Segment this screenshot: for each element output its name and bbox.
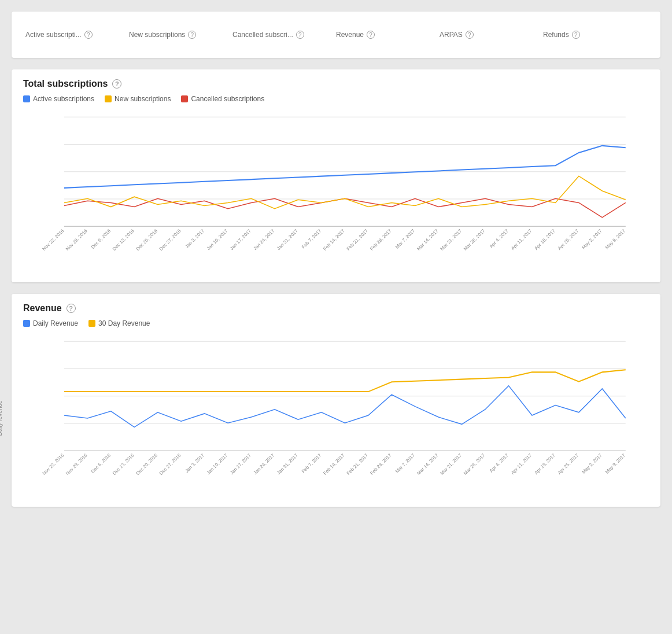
svg-text:Dec 13, 2016: Dec 13, 2016 bbox=[112, 452, 135, 476]
svg-text:Jan 3, 2017: Jan 3, 2017 bbox=[184, 228, 206, 249]
svg-text:Apr 4, 2017: Apr 4, 2017 bbox=[489, 452, 510, 474]
tab-help-icon[interactable]: ? bbox=[466, 31, 474, 39]
legend-label: Cancelled subscriptions bbox=[191, 95, 264, 103]
tab-label: New subscriptions bbox=[129, 31, 185, 39]
svg-text:Dec 20, 2016: Dec 20, 2016 bbox=[135, 452, 158, 476]
total-subscriptions-chart: Nov 22, 2016Nov 29, 2016Dec 6, 2016Dec 1… bbox=[40, 111, 632, 277]
tab-help-icon[interactable]: ? bbox=[84, 31, 93, 39]
legend-label: 30 Day Revenue bbox=[98, 319, 150, 327]
svg-text:Dec 6, 2016: Dec 6, 2016 bbox=[90, 452, 112, 474]
legend-label: Daily Revenue bbox=[33, 319, 78, 327]
tab-label: Cancelled subscri... bbox=[232, 31, 293, 39]
tab-new-subscriptions[interactable]: New subscriptions? bbox=[129, 31, 232, 39]
svg-text:Dec 27, 2016: Dec 27, 2016 bbox=[158, 452, 182, 476]
revenue-title-text: Revenue bbox=[23, 303, 62, 314]
legend-label: Active subscriptions bbox=[33, 95, 94, 103]
legend-color bbox=[23, 320, 30, 327]
svg-text:Apr 18, 2017: Apr 18, 2017 bbox=[533, 228, 556, 251]
svg-text:Jan 10, 2017: Jan 10, 2017 bbox=[206, 452, 229, 476]
svg-text:Nov 29, 2016: Nov 29, 2016 bbox=[65, 228, 88, 252]
svg-text:Apr 4, 2017: Apr 4, 2017 bbox=[489, 228, 510, 249]
svg-text:Jan 31, 2017: Jan 31, 2017 bbox=[276, 228, 299, 251]
svg-text:May 2, 2017: May 2, 2017 bbox=[581, 452, 603, 474]
svg-text:Mar 7, 2017: Mar 7, 2017 bbox=[394, 452, 416, 474]
svg-text:Mar 21, 2017: Mar 21, 2017 bbox=[440, 228, 463, 252]
revenue-left-axis-label: Daily revenue bbox=[0, 401, 3, 436]
tabs-card: Active subscripti...?New subscriptions?C… bbox=[12, 12, 660, 58]
svg-text:Mar 21, 2017: Mar 21, 2017 bbox=[440, 452, 463, 476]
svg-text:Mar 14, 2017: Mar 14, 2017 bbox=[416, 228, 440, 252]
svg-text:Apr 25, 2017: Apr 25, 2017 bbox=[557, 452, 580, 476]
svg-text:Dec 27, 2016: Dec 27, 2016 bbox=[158, 228, 182, 252]
svg-text:Apr 18, 2017: Apr 18, 2017 bbox=[533, 452, 556, 476]
svg-text:Jan 31, 2017: Jan 31, 2017 bbox=[276, 452, 299, 476]
svg-text:Jan 17, 2017: Jan 17, 2017 bbox=[229, 452, 252, 476]
svg-text:Jan 24, 2017: Jan 24, 2017 bbox=[253, 452, 276, 476]
tab-cancelled-subscriptions[interactable]: Cancelled subscri...? bbox=[232, 31, 336, 39]
svg-text:Jan 17, 2017: Jan 17, 2017 bbox=[229, 228, 252, 251]
total-subscriptions-legend: Active subscriptionsNew subscriptionsCan… bbox=[23, 95, 649, 103]
tab-refunds[interactable]: Refunds? bbox=[543, 31, 647, 39]
tab-label: Active subscripti... bbox=[25, 31, 82, 39]
svg-text:Dec 6, 2016: Dec 6, 2016 bbox=[90, 228, 112, 250]
legend-color bbox=[88, 320, 95, 327]
svg-text:Mar 7, 2017: Mar 7, 2017 bbox=[394, 228, 416, 249]
total-subscriptions-card: Total subscriptions ? Active subscriptio… bbox=[12, 69, 660, 282]
tab-arpas[interactable]: ARPAS? bbox=[440, 31, 543, 39]
svg-text:Feb 21, 2017: Feb 21, 2017 bbox=[346, 452, 370, 476]
tab-help-icon[interactable]: ? bbox=[367, 31, 375, 39]
svg-text:Apr 11, 2017: Apr 11, 2017 bbox=[510, 228, 533, 251]
total-subscriptions-help-icon[interactable]: ? bbox=[112, 79, 121, 89]
svg-text:Mar 28, 2017: Mar 28, 2017 bbox=[463, 228, 486, 252]
tab-label: Revenue bbox=[336, 31, 364, 39]
legend-label: New subscriptions bbox=[115, 95, 171, 103]
total-subscriptions-title: Total subscriptions ? bbox=[23, 79, 649, 89]
svg-text:Mar 14, 2017: Mar 14, 2017 bbox=[416, 452, 440, 476]
svg-text:Apr 11, 2017: Apr 11, 2017 bbox=[510, 452, 533, 476]
svg-text:Feb 28, 2017: Feb 28, 2017 bbox=[369, 452, 393, 476]
tab-help-icon[interactable]: ? bbox=[188, 31, 196, 39]
svg-text:Dec 20, 2016: Dec 20, 2016 bbox=[135, 228, 158, 252]
svg-text:Nov 22, 2016: Nov 22, 2016 bbox=[42, 228, 65, 252]
svg-text:Mar 28, 2017: Mar 28, 2017 bbox=[463, 452, 486, 476]
svg-text:Jan 10, 2017: Jan 10, 2017 bbox=[206, 228, 229, 251]
legend-color bbox=[181, 95, 188, 102]
legend-item: 30 Day Revenue bbox=[88, 319, 150, 327]
revenue-chart: Nov 22, 2016Nov 29, 2016Dec 6, 2016Dec 1… bbox=[40, 336, 632, 501]
tab-help-icon[interactable]: ? bbox=[572, 31, 580, 39]
svg-text:Feb 7, 2017: Feb 7, 2017 bbox=[301, 452, 322, 474]
svg-text:Feb 14, 2017: Feb 14, 2017 bbox=[322, 228, 346, 252]
svg-text:Feb 21, 2017: Feb 21, 2017 bbox=[346, 228, 370, 252]
tab-revenue-tab[interactable]: Revenue? bbox=[336, 31, 440, 39]
tab-label: ARPAS bbox=[440, 31, 463, 39]
svg-text:Nov 29, 2016: Nov 29, 2016 bbox=[65, 452, 88, 476]
legend-item: Active subscriptions bbox=[23, 95, 94, 103]
svg-text:Dec 13, 2016: Dec 13, 2016 bbox=[112, 228, 135, 252]
revenue-legend: Daily Revenue30 Day Revenue bbox=[23, 319, 649, 327]
svg-text:Feb 7, 2017: Feb 7, 2017 bbox=[301, 228, 322, 249]
revenue-card: Revenue ? Daily Revenue30 Day Revenue Da… bbox=[12, 294, 660, 507]
svg-text:Nov 22, 2016: Nov 22, 2016 bbox=[42, 452, 65, 476]
svg-text:Feb 14, 2017: Feb 14, 2017 bbox=[322, 452, 346, 476]
tab-active-subscriptions[interactable]: Active subscripti...? bbox=[25, 31, 129, 39]
svg-text:Jan 24, 2017: Jan 24, 2017 bbox=[253, 228, 276, 251]
svg-text:May 9, 2017: May 9, 2017 bbox=[604, 228, 626, 250]
legend-item: Daily Revenue bbox=[23, 319, 78, 327]
revenue-help-icon[interactable]: ? bbox=[67, 304, 76, 313]
title-text: Total subscriptions bbox=[23, 79, 108, 89]
svg-text:May 9, 2017: May 9, 2017 bbox=[604, 452, 626, 474]
svg-text:Feb 28, 2017: Feb 28, 2017 bbox=[369, 228, 393, 252]
total-subscriptions-chart-wrapper: Active subscriptions New and Cancelled N… bbox=[23, 111, 649, 277]
tab-help-icon[interactable]: ? bbox=[296, 31, 304, 39]
svg-text:May 2, 2017: May 2, 2017 bbox=[581, 228, 603, 250]
legend-color bbox=[23, 95, 30, 102]
tab-label: Refunds bbox=[543, 31, 569, 39]
svg-text:Jan 3, 2017: Jan 3, 2017 bbox=[184, 452, 206, 474]
svg-text:Apr 25, 2017: Apr 25, 2017 bbox=[557, 228, 580, 251]
legend-color bbox=[105, 95, 112, 102]
revenue-chart-wrapper: Daily revenue 30 Day Revenue Nov 22, 201… bbox=[23, 336, 649, 501]
revenue-title: Revenue ? bbox=[23, 303, 649, 314]
legend-item: Cancelled subscriptions bbox=[181, 95, 264, 103]
legend-item: New subscriptions bbox=[105, 95, 171, 103]
